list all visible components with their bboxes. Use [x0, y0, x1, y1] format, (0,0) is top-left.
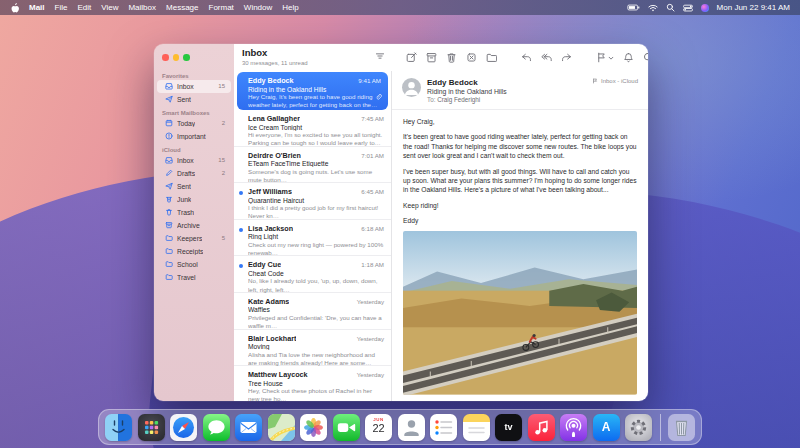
sidebar-item-inbox-icloud[interactable]: Inbox 15: [157, 154, 231, 167]
sidebar-item-important[interactable]: Important: [157, 130, 231, 143]
archive-icon[interactable]: [426, 52, 437, 63]
sidebar-item-label: Sent: [177, 183, 191, 190]
junk-icon[interactable]: [466, 52, 477, 63]
unread-indicator: [239, 264, 243, 268]
sidebar-item-travel[interactable]: Travel: [157, 271, 231, 284]
message-preview: Check out my new ring light — powered by…: [248, 241, 384, 257]
message-list-item[interactable]: Deirdre O'Brien7:01 AM ETeam FaceTime Et…: [234, 147, 391, 184]
search-icon[interactable]: [643, 52, 648, 63]
siri-icon[interactable]: [701, 4, 709, 12]
message-list-item[interactable]: Blair LockhartYesterday Moving Alisha an…: [234, 330, 391, 367]
dock-maps[interactable]: [268, 414, 295, 441]
folder-icon: [165, 260, 173, 268]
message-list-item[interactable]: Eddy Bedock9:41 AM Riding in the Oakland…: [237, 72, 388, 110]
reply-all-icon[interactable]: [541, 52, 552, 63]
sidebar-item-sent-favorites[interactable]: Sent: [157, 93, 231, 106]
sidebar-item-keepers[interactable]: Keepers 5: [157, 232, 231, 245]
mailbox-location-label: Inbox - iCloud: [601, 78, 638, 84]
dock-calendar[interactable]: JUN 22: [365, 414, 392, 441]
sidebar-item-trash[interactable]: Trash: [157, 206, 231, 219]
sidebar-item-receipts[interactable]: Receipts: [157, 245, 231, 258]
forward-icon[interactable]: [561, 52, 572, 63]
menu-item-view[interactable]: View: [101, 3, 118, 12]
dock-photos[interactable]: [300, 414, 327, 441]
menu-item-mailbox[interactable]: Mailbox: [128, 3, 156, 12]
filter-icon[interactable]: [375, 51, 385, 61]
dock-mail[interactable]: [235, 414, 262, 441]
sidebar-item-school[interactable]: School: [157, 258, 231, 271]
menu-item-mail[interactable]: Mail: [29, 3, 45, 12]
dock-trash[interactable]: [668, 414, 695, 441]
menu-item-format[interactable]: Format: [209, 3, 234, 12]
dock-launchpad[interactable]: [138, 414, 165, 441]
menu-item-file[interactable]: File: [55, 3, 68, 12]
dock-contacts[interactable]: [398, 414, 425, 441]
message-preview: Hey, Check out these photos of Rachel in…: [248, 387, 384, 401]
wifi-icon[interactable]: [648, 4, 658, 12]
menu-item-message[interactable]: Message: [166, 3, 198, 12]
dock-settings[interactable]: [625, 414, 652, 441]
recipient-name[interactable]: Craig Federighi: [437, 96, 480, 103]
sidebar-section-smart: Smart Mailboxes: [154, 106, 234, 117]
control-center-icon[interactable]: [683, 4, 693, 12]
mute-icon[interactable]: [623, 52, 634, 63]
dock-messages[interactable]: [203, 414, 230, 441]
sidebar-item-inbox-favorites[interactable]: Inbox 15: [157, 80, 231, 93]
message-list-item[interactable]: Lena Gallagher7:45 AM Ice Cream Tonight …: [234, 110, 391, 147]
apple-menu-icon[interactable]: [10, 2, 20, 13]
dock-reminders[interactable]: [430, 414, 457, 441]
message-preview: I think I did a pretty good job for my f…: [248, 204, 384, 220]
mail-window: Favorites Inbox 15 Sent Smart Mailboxes …: [154, 44, 648, 401]
mail-main: Inbox 30 messages, 11 unread: [234, 44, 648, 401]
menu-item-help[interactable]: Help: [282, 3, 298, 12]
move-to-folder-icon[interactable]: [486, 52, 497, 63]
menu-clock[interactable]: Mon Jun 22 9:41 AM: [717, 3, 790, 12]
sidebar-item-label: Travel: [177, 274, 196, 281]
sidebar-item-today[interactable]: Today 2: [157, 117, 231, 130]
flag-button[interactable]: [596, 52, 614, 63]
message-sender: Lena Gallagher: [248, 114, 300, 123]
folder-icon: [165, 273, 173, 281]
dock-appstore[interactable]: A: [593, 414, 620, 441]
message-photo[interactable]: [403, 231, 637, 395]
sidebar-item-junk[interactable]: Junk: [157, 193, 231, 206]
sidebar-item-archive[interactable]: Archive: [157, 219, 231, 232]
minimize-button[interactable]: [173, 54, 180, 61]
message-list-item[interactable]: Kate AdamsYesterday Waffles Privileged a…: [234, 293, 391, 330]
message-time: 1:18 AM: [361, 261, 384, 268]
dock-facetime[interactable]: [333, 414, 360, 441]
sidebar-item-sent-icloud[interactable]: Sent: [157, 180, 231, 193]
menu-item-edit[interactable]: Edit: [77, 3, 91, 12]
sidebar-item-label: Inbox: [177, 157, 194, 164]
sidebar-item-label: Today: [177, 120, 195, 127]
zoom-button[interactable]: [183, 54, 190, 61]
message-sender: Eddy Cue: [248, 260, 281, 269]
message-time: Yesterday: [357, 298, 384, 305]
message-list-item[interactable]: Eddy Cue1:18 AM Cheat Code No, like I al…: [234, 256, 391, 293]
reply-icon[interactable]: [521, 52, 532, 63]
unread-indicator: [239, 228, 243, 232]
dock-safari[interactable]: [170, 414, 197, 441]
trash-icon[interactable]: [446, 52, 457, 63]
dock-finder[interactable]: [105, 414, 132, 441]
message-preview: Hey Craig, It's been great to have good …: [248, 93, 381, 109]
compose-icon[interactable]: [406, 52, 417, 63]
search-icon[interactable]: [666, 3, 675, 12]
message-list-item[interactable]: Lisa Jackson6:18 AM Ring Light Check out…: [234, 220, 391, 257]
dock-tv[interactable]: tv: [495, 414, 522, 441]
battery-icon[interactable]: [627, 4, 640, 11]
sidebar-item-label: Inbox: [177, 83, 194, 90]
sidebar-item-label: Sent: [177, 96, 191, 103]
archive-icon: [165, 221, 173, 229]
dock-music[interactable]: [528, 414, 555, 441]
dock-podcasts[interactable]: [560, 414, 587, 441]
message-list-item[interactable]: Matthew LaycockYesterday Tree House Hey,…: [234, 366, 391, 401]
message-sender: Deirdre O'Brien: [248, 151, 301, 160]
close-button[interactable]: [162, 54, 169, 61]
sidebar-section-icloud: iCloud: [154, 143, 234, 154]
dock-notes[interactable]: [463, 414, 490, 441]
menu-item-window[interactable]: Window: [244, 3, 272, 12]
sidebar-item-drafts[interactable]: Drafts 2: [157, 167, 231, 180]
message-list-item[interactable]: Jeff Williams6:45 AM Quarantine Haircut …: [234, 183, 391, 220]
body-paragraph: Hey Craig,: [403, 117, 637, 126]
